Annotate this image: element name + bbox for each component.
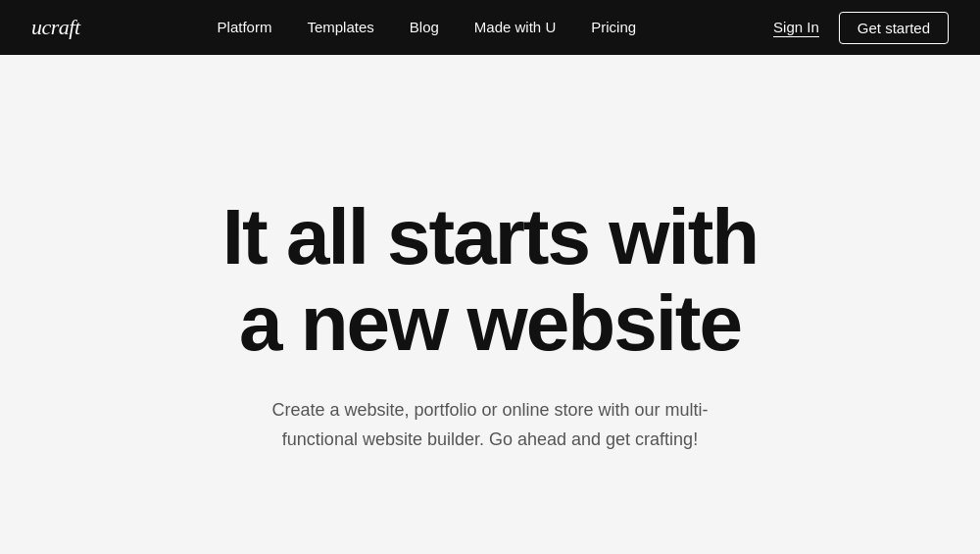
nav-item-templates[interactable]: Templates [307,19,373,36]
nav-actions: Sign In Get started [773,12,949,44]
logo[interactable]: ucraft [31,15,80,40]
nav-link-pricing[interactable]: Pricing [591,19,636,35]
nav-link-made-with-u[interactable]: Made with U [474,19,556,35]
hero-title-line2: a new website [239,279,741,367]
hero-section: It all starts with a new website Create … [0,55,980,554]
hero-title: It all starts with a new website [222,194,758,367]
nav-links: Platform Templates Blog Made with U Pric… [218,19,637,36]
hero-subtitle: Create a website, portfolio or online st… [265,396,715,454]
nav-item-platform[interactable]: Platform [218,19,272,36]
hero-title-line1: It all starts with [222,193,758,280]
get-started-button[interactable]: Get started [839,12,949,44]
nav-link-blog[interactable]: Blog [410,19,439,35]
nav-link-platform[interactable]: Platform [218,19,272,35]
signin-link[interactable]: Sign In [773,19,819,37]
nav-item-made-with-u[interactable]: Made with U [474,19,556,36]
nav-item-pricing[interactable]: Pricing [591,19,636,36]
navbar: ucraft Platform Templates Blog Made with… [0,0,980,55]
nav-item-blog[interactable]: Blog [410,19,439,36]
nav-link-templates[interactable]: Templates [307,19,373,35]
logo-text: ucraft [31,15,80,39]
